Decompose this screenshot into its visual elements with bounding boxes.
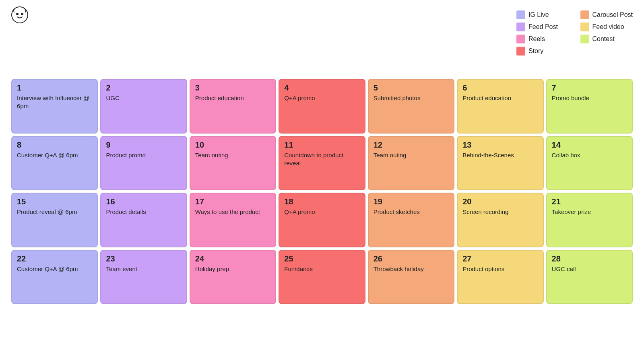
cell-content-23: Team event (106, 265, 181, 273)
cell-day-number-12: 12 (374, 141, 449, 149)
calendar-cell-21: 21Takeover prize (546, 193, 633, 247)
cell-content-6: Product education (462, 94, 538, 102)
legend-label-carousel: Carousel Post (592, 11, 633, 19)
calendar-cell-5: 5Submitted photos (368, 79, 454, 134)
calendar-cell-20: 20Screen recording (457, 193, 543, 247)
cell-day-number-20: 20 (462, 197, 538, 206)
cell-day-number-7: 7 (552, 84, 627, 92)
calendar-cell-9: 9Product promo (100, 136, 187, 191)
legend-item-contest: Contest (580, 35, 633, 43)
calendar-cell-19: 19Product sketches (368, 193, 454, 247)
cell-content-15: Product reveal @ 6pm (17, 208, 92, 216)
svg-point-2 (21, 13, 23, 15)
calendar-cell-25: 25Fun/dance (279, 250, 365, 304)
cell-content-11: Countdown to product reveal (284, 151, 359, 168)
logo-area (11, 6, 31, 23)
calendar-cell-6: 6Product education (457, 79, 543, 134)
calendar-cell-22: 22Customer Q+A @ 6pm (11, 250, 98, 304)
legend-label-feed-video: Feed video (592, 23, 624, 31)
cell-day-number-15: 15 (17, 197, 92, 206)
cell-day-number-23: 23 (106, 255, 181, 263)
cell-content-17: Ways to use the product (195, 208, 270, 216)
app-container: IG Live Carousel Post Feed Post Feed vid… (0, 0, 644, 362)
calendar-cell-18: 18Q+A promo (279, 193, 365, 247)
cell-content-26: Throwback holiday (374, 265, 449, 273)
cell-content-16: Product details (106, 208, 181, 216)
page-title-block (11, 24, 16, 70)
cell-day-number-26: 26 (374, 255, 449, 263)
legend-item-reels: Reels (516, 35, 569, 43)
cell-content-3: Product education (195, 94, 270, 102)
cell-content-20: Screen recording (462, 208, 538, 216)
calendar-cell-27: 27Product options (457, 250, 543, 304)
cell-day-number-17: 17 (195, 197, 270, 206)
cell-day-number-28: 28 (552, 255, 627, 263)
calendar-cell-1: 1Interview with Influencer @ 6pm (11, 79, 98, 134)
cell-day-number-19: 19 (374, 197, 449, 206)
calendar-cell-2: 2UGC (100, 79, 187, 134)
calendar-area: 1Interview with Influencer @ 6pm2UGC3Pro… (11, 79, 633, 304)
cell-day-number-13: 13 (462, 141, 538, 149)
calendar-cell-15: 15Product reveal @ 6pm (11, 193, 98, 247)
legend-label-feed-post: Feed Post (528, 23, 558, 31)
cell-day-number-1: 1 (17, 84, 92, 92)
legend-item-carousel: Carousel Post (580, 10, 633, 19)
cell-content-8: Customer Q+A @ 6pm (17, 151, 92, 159)
cell-content-19: Product sketches (374, 208, 449, 216)
swatch-story (516, 47, 525, 56)
legend-label-ig-live: IG Live (528, 11, 549, 19)
legend-label-contest: Contest (592, 35, 615, 43)
calendar-cell-24: 24Holiday prep (190, 250, 276, 304)
swatch-contest (580, 35, 589, 43)
swatch-ig-live (516, 10, 525, 19)
cell-content-27: Product options (462, 265, 538, 273)
cell-day-number-22: 22 (17, 255, 92, 263)
cell-day-number-27: 27 (462, 255, 538, 263)
cell-day-number-24: 24 (195, 255, 270, 263)
legend-container: IG Live Carousel Post Feed Post Feed vid… (516, 10, 633, 56)
cell-content-5: Submitted photos (374, 94, 449, 102)
calendar-cell-13: 13Behind-the-Scenes (457, 136, 543, 191)
calendar-cell-23: 23Team event (100, 250, 187, 304)
legend-item-feed-post: Feed Post (516, 23, 569, 31)
cell-content-9: Product promo (106, 151, 181, 159)
cell-content-25: Fun/dance (284, 265, 359, 273)
cell-day-number-9: 9 (106, 141, 181, 149)
cell-content-28: UGC call (552, 265, 627, 273)
cell-day-number-5: 5 (374, 84, 449, 92)
cell-day-number-25: 25 (284, 255, 359, 263)
cell-day-number-18: 18 (284, 197, 359, 206)
cell-content-4: Q+A promo (284, 94, 359, 102)
legend-item-story: Story (516, 47, 569, 56)
calendar-grid: 1Interview with Influencer @ 6pm2UGC3Pro… (11, 79, 633, 304)
cell-content-13: Behind-the-Scenes (462, 151, 538, 159)
cell-content-10: Team outing (195, 151, 270, 159)
cell-day-number-14: 14 (552, 141, 627, 149)
calendar-cell-10: 10Team outing (190, 136, 276, 191)
cell-day-number-16: 16 (106, 197, 181, 206)
calendar-cell-3: 3Product education (190, 79, 276, 134)
cell-content-7: Promo bundle (552, 94, 627, 102)
calendar-cell-7: 7Promo bundle (546, 79, 633, 134)
swatch-feed-post (516, 23, 525, 31)
cell-day-number-6: 6 (462, 84, 538, 92)
cell-content-21: Takeover prize (552, 208, 627, 216)
cell-content-2: UGC (106, 94, 181, 102)
calendar-cell-28: 28UGC call (546, 250, 633, 304)
calendar-cell-16: 16Product details (100, 193, 187, 247)
cell-content-22: Customer Q+A @ 6pm (17, 265, 92, 273)
swatch-carousel (580, 10, 589, 19)
manychat-logo-icon (11, 6, 28, 23)
calendar-cell-14: 14Collab box (546, 136, 633, 191)
cell-content-14: Collab box (552, 151, 627, 159)
cell-content-24: Holiday prep (195, 265, 270, 273)
cell-day-number-11: 11 (284, 141, 359, 149)
legend-label-story: Story (528, 47, 543, 55)
legend-label-reels: Reels (528, 35, 545, 43)
calendar-cell-4: 4Q+A promo (279, 79, 365, 134)
legend-item-feed-video: Feed video (580, 23, 633, 31)
cell-day-number-4: 4 (284, 84, 359, 92)
calendar-cell-17: 17Ways to use the product (190, 193, 276, 247)
cell-day-number-3: 3 (195, 84, 270, 92)
cell-content-18: Q+A promo (284, 208, 359, 216)
